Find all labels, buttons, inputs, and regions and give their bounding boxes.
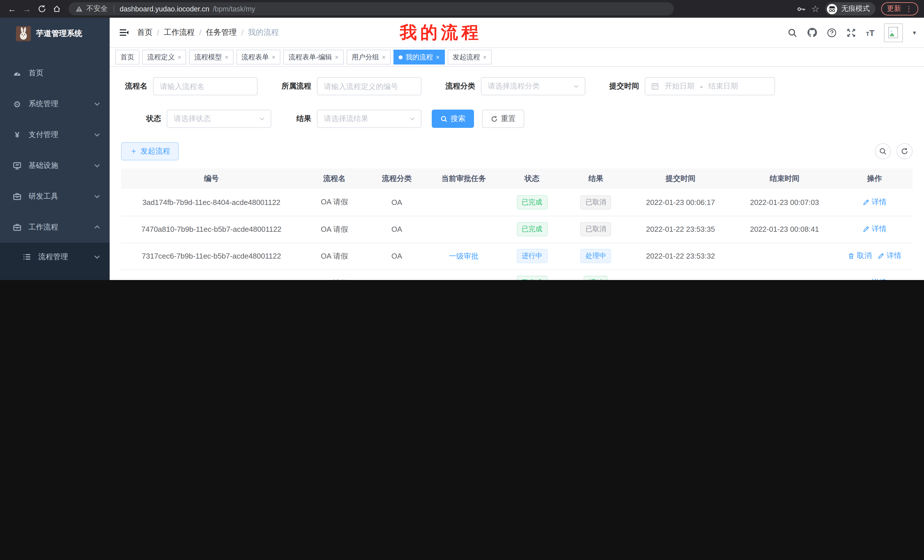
detail-link[interactable]: 详情 [878, 251, 902, 261]
browser-forward-button[interactable]: → [21, 3, 33, 15]
cell-end-time: 2022-01-23 00:07:03 [732, 189, 836, 216]
close-icon[interactable]: × [335, 54, 339, 60]
tab-label: 流程表单-编辑 [289, 52, 332, 62]
tab-发起流程[interactable]: 发起流程× [447, 49, 492, 64]
filter-name-label: 流程名 [121, 81, 147, 91]
filter-name-input[interactable] [153, 77, 258, 95]
toggle-search-button[interactable] [875, 143, 891, 159]
close-icon[interactable]: × [272, 54, 276, 60]
tab-流程表单-编辑[interactable]: 流程表单-编辑× [284, 49, 344, 64]
create-process-button[interactable]: ＋ 发起流程 [121, 142, 179, 160]
page-content: 流程名 所属流程 流程分类 请选择流程分类 [110, 67, 924, 280]
process-table: 编号流程名流程分类当前审批任务状态结果提交时间结束时间操作 3ad174fb-7… [121, 168, 913, 280]
search-button[interactable]: 搜索 [432, 109, 474, 128]
plus-icon: ＋ [130, 146, 138, 156]
reset-button-label: 重置 [501, 114, 516, 124]
cell-task [427, 216, 501, 243]
filter-result-select[interactable]: 请选择流结果 [317, 109, 422, 128]
sidebar-fold-icon[interactable] [118, 26, 130, 39]
sidebar-item[interactable]: 任务管理 [0, 271, 110, 280]
help-icon[interactable] [827, 28, 837, 37]
sidebar-item[interactable]: 研发工具 [0, 181, 110, 212]
edit-icon [862, 198, 870, 206]
cell-status: 已完成 [501, 216, 563, 243]
sidebar-item[interactable]: ¥支付管理 [0, 119, 110, 150]
browser-menu-icon[interactable]: ⋮ [905, 4, 913, 13]
sidebar-item[interactable]: 首页 [0, 58, 110, 88]
sidebar-item[interactable]: 流程管理 [0, 243, 110, 271]
logo-rabbit-image [16, 26, 31, 41]
cell-actions: 详情 [837, 216, 913, 243]
filter-status-select[interactable]: 请选择状态 [167, 109, 271, 128]
filter-category-select[interactable]: 请选择流程分类 [481, 77, 585, 95]
close-icon[interactable]: × [382, 54, 386, 60]
sidebar-item-label: 基础设施 [28, 160, 58, 171]
tab-用户分组[interactable]: 用户分组× [346, 49, 391, 64]
search-icon[interactable] [788, 28, 797, 37]
close-icon[interactable]: × [483, 54, 486, 60]
bookmark-star-icon[interactable]: ☆ [811, 3, 819, 14]
close-icon[interactable]: × [225, 54, 228, 60]
table-body: 3ad174fb-7b9d-11ec-8404-acde48001122OA 请… [121, 189, 913, 280]
screen: ← → 不安全 dashboard.yudao.iocoder.cn/bpm/t… [0, 0, 924, 280]
filter-definition-input[interactable] [317, 77, 422, 95]
breadcrumb-item[interactable]: 任务管理 [206, 27, 237, 38]
github-icon[interactable] [807, 27, 817, 38]
avatar-caret-icon[interactable]: ▾ [913, 29, 916, 36]
tab-流程表单[interactable]: 流程表单× [236, 49, 280, 64]
tab-流程定义[interactable]: 流程定义× [142, 49, 186, 64]
sidebar-menu: 首页⚙系统管理¥支付管理基础设施研发工具工作流程流程管理任务管理我的流程待办任务… [0, 49, 110, 280]
cell-task [427, 189, 501, 216]
task-link[interactable]: 一级审批 [449, 251, 478, 261]
tab-label: 发起流程 [453, 52, 480, 62]
cell-category: OA [367, 270, 427, 280]
cell-result: 已取消 [563, 189, 628, 216]
sidebar: 芋道管理系统 首页⚙系统管理¥支付管理基础设施研发工具工作流程流程管理任务管理我… [0, 18, 110, 280]
sidebar-item[interactable]: ⚙系统管理 [0, 88, 110, 119]
filter-status-label: 状态 [121, 114, 161, 124]
cancel-link[interactable]: 取消 [848, 251, 872, 261]
close-icon[interactable]: × [178, 54, 182, 60]
refresh-icon [490, 115, 498, 123]
filter-status-placeholder: 请选择状态 [174, 114, 259, 124]
breadcrumb-item[interactable]: 首页 [137, 27, 153, 38]
font-size-icon[interactable]: TT [866, 28, 874, 37]
avatar[interactable] [884, 23, 903, 42]
status-badge: 处理中 [580, 249, 611, 263]
breadcrumb-item: 我的流程 [248, 27, 279, 38]
filter-time-range[interactable]: 开始日期 - 结束日期 [645, 77, 775, 95]
tab-label: 流程模型 [195, 52, 222, 62]
tab-我的流程[interactable]: 我的流程× [393, 49, 445, 64]
breadcrumb-separator: / [199, 28, 202, 37]
fullscreen-icon[interactable] [846, 28, 856, 37]
detail-link[interactable]: 详情 [862, 278, 886, 280]
monitor-icon [13, 161, 22, 170]
tab-首页[interactable]: 首页 [116, 49, 140, 64]
app-logo[interactable]: 芋道管理系统 [0, 18, 110, 49]
browser-home-button[interactable] [50, 3, 63, 15]
filter-category-placeholder: 请选择流程分类 [488, 81, 573, 91]
cell-submit-time: 2022-01-22 23:51:15 [628, 270, 732, 280]
cell-name: OA 请假 [302, 270, 367, 280]
detail-link[interactable]: 详情 [862, 197, 886, 207]
chevron-down-icon [573, 83, 580, 90]
cell-end-time: 2022-01-23 00:08:41 [732, 216, 836, 243]
key-icon[interactable] [796, 4, 806, 13]
active-tab-dot [399, 55, 403, 59]
breadcrumb-item[interactable]: 工作流程 [164, 27, 195, 38]
address-bar[interactable]: 不安全 dashboard.yudao.iocoder.cn/bpm/task/… [69, 2, 674, 15]
browser-reload-button[interactable] [35, 3, 48, 15]
update-label: 更新 [887, 4, 901, 14]
close-icon[interactable]: × [436, 54, 440, 60]
sidebar-item-label: 系统管理 [28, 99, 58, 109]
browser-back-button[interactable]: ← [6, 3, 18, 15]
sidebar-item[interactable]: 工作流程 [0, 212, 110, 243]
warning-icon [75, 5, 83, 13]
browser-update-button[interactable]: 更新 ⋮ [881, 2, 918, 15]
detail-link[interactable]: 详情 [862, 224, 886, 234]
sidebar-item[interactable]: 基础设施 [0, 150, 110, 181]
status-badge: 已完成 [516, 276, 548, 280]
tab-流程模型[interactable]: 流程模型× [189, 49, 234, 64]
refresh-table-button[interactable] [897, 143, 913, 159]
reset-button[interactable]: 重置 [482, 109, 524, 128]
